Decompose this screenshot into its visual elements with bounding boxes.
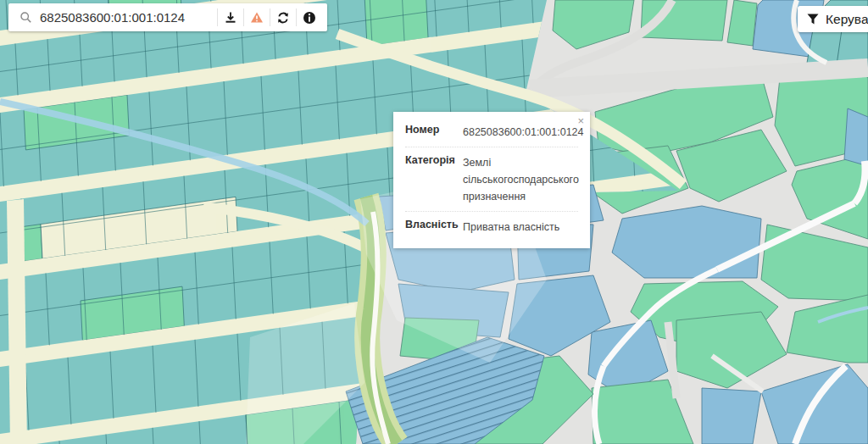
search-icon bbox=[8, 11, 36, 25]
close-icon[interactable]: × bbox=[576, 114, 586, 128]
warning-button[interactable] bbox=[243, 8, 270, 26]
parcel-number-value: 6825083600:01:001:0124 bbox=[463, 124, 584, 141]
parcel-category-value: Землі сільськогосподарського призначення bbox=[463, 154, 579, 205]
warning-triangle-icon bbox=[250, 11, 264, 24]
filter-funnel-icon bbox=[807, 14, 819, 25]
popup-label: Номер bbox=[405, 124, 463, 141]
manage-button-label: Керуван bbox=[826, 12, 868, 27]
popup-row-number: Номер 6825083600:01:001:0124 bbox=[405, 117, 578, 147]
search-input[interactable] bbox=[36, 10, 217, 25]
manage-layers-button[interactable]: Керуван bbox=[798, 6, 868, 32]
popup-row-ownership: Власність Приватна власність bbox=[405, 212, 578, 241]
parcel-ownership-value: Приватна власність bbox=[463, 219, 559, 236]
info-button[interactable] bbox=[296, 8, 322, 26]
search-bar bbox=[8, 3, 327, 31]
parcel-info-popup: × Номер 6825083600:01:001:0124 Категорія… bbox=[393, 112, 590, 248]
download-icon bbox=[224, 11, 237, 25]
popup-label: Власність bbox=[405, 219, 463, 236]
refresh-icon bbox=[276, 11, 290, 25]
info-icon bbox=[303, 11, 316, 25]
refresh-button[interactable] bbox=[270, 8, 296, 26]
popup-row-category: Категорія Землі сільськогосподарського п… bbox=[405, 147, 578, 212]
download-button[interactable] bbox=[217, 8, 243, 26]
popup-label: Категорія bbox=[405, 154, 463, 205]
